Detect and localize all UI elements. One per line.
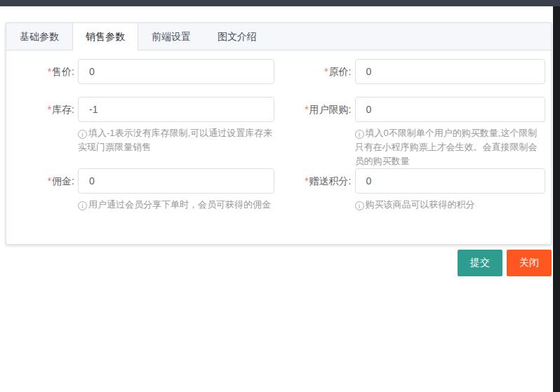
form-row: *售价: *原价:: [6, 59, 549, 84]
stock-field: *库存: 填入-1表示没有库存限制,可以通过设置库存来实现门票限量销售: [6, 97, 278, 168]
close-button[interactable]: 关闭: [507, 250, 552, 276]
required-marker: *: [48, 175, 51, 187]
tabs-card: 基础参数 销售参数 前端设置 图文介绍 *售价: *原价:: [6, 22, 552, 245]
required-marker: *: [305, 175, 308, 187]
action-bar: 提交 关闭: [6, 250, 552, 276]
user-limit-label: *用户限购:: [278, 97, 355, 122]
required-marker: *: [305, 104, 308, 115]
tab-panel-sales-params: *售价: *原价:: [6, 50, 551, 244]
commission-field: *佣金: 用户通过会员分享下单时，会员可获得的佣金: [6, 168, 278, 212]
modal-content: 基础参数 销售参数 前端设置 图文介绍 *售价: *原价:: [6, 22, 552, 276]
top-window-bar: [0, 0, 560, 6]
form-row: *佣金: 用户通过会员分享下单时，会员可获得的佣金 *赠送积分:: [6, 168, 549, 212]
info-icon: [78, 201, 87, 210]
commission-input[interactable]: [78, 168, 274, 194]
tab-image-text-intro[interactable]: 图文介绍: [204, 23, 270, 50]
tab-frontend-settings[interactable]: 前端设置: [138, 23, 204, 50]
tab-sales-params[interactable]: 销售参数: [72, 23, 138, 50]
required-marker: *: [324, 66, 328, 77]
commission-hint: 用户通过会员分享下单时，会员可获得的佣金: [78, 198, 274, 212]
commission-label: *佣金:: [6, 168, 78, 194]
right-edge-strip: [553, 6, 560, 392]
tab-basic-params[interactable]: 基础参数: [6, 23, 72, 50]
price-field: *售价:: [6, 59, 278, 84]
info-icon: [355, 130, 364, 139]
price-input[interactable]: [78, 59, 274, 84]
points-label: *赠送积分:: [278, 168, 355, 194]
points-field: *赠送积分: 购买该商品可以获得的积分: [278, 168, 549, 212]
stock-label: *库存:: [6, 97, 78, 122]
info-icon: [78, 130, 87, 139]
points-hint: 购买该商品可以获得的积分: [355, 198, 546, 212]
stock-hint: 填入-1表示没有库存限制,可以通过设置库存来实现门票限量销售: [78, 126, 274, 154]
user-limit-input[interactable]: [355, 97, 546, 122]
required-marker: *: [48, 66, 51, 77]
stock-input[interactable]: [78, 97, 274, 122]
info-icon: [355, 201, 364, 210]
form-row: *库存: 填入-1表示没有库存限制,可以通过设置库存来实现门票限量销售 *用户限…: [6, 97, 549, 168]
user-limit-hint: 填入0不限制单个用户的购买数量,这个限制只有在小程序购票上才会生效。会直接限制会…: [355, 126, 546, 168]
user-limit-field: *用户限购: 填入0不限制单个用户的购买数量,这个限制只有在小程序购票上才会生效…: [278, 97, 549, 168]
original-price-field: *原价:: [278, 59, 549, 84]
required-marker: *: [48, 104, 51, 115]
original-price-label: *原价:: [278, 59, 355, 84]
points-input[interactable]: [355, 168, 546, 194]
original-price-input[interactable]: [355, 59, 546, 84]
tab-bar: 基础参数 销售参数 前端设置 图文介绍: [6, 23, 551, 50]
price-label: *售价:: [6, 59, 78, 84]
submit-button[interactable]: 提交: [458, 250, 502, 276]
